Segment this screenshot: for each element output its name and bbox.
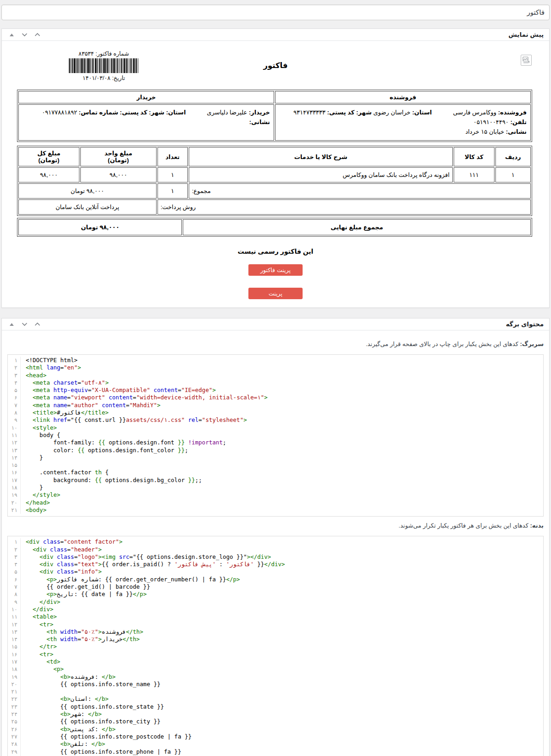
code-line[interactable]: ۴ <meta charset="utf-۸"> bbox=[8, 379, 543, 387]
content-panel-header[interactable]: محتوای برگه bbox=[2, 318, 549, 330]
code-line[interactable]: ۱۶ <tr> bbox=[8, 651, 543, 658]
line-number: ۲۹ bbox=[8, 748, 21, 756]
code-line[interactable]: ۳ <div class="logo"><img src="{{ options… bbox=[8, 553, 543, 561]
sum-qty-cell: ۱ bbox=[157, 183, 188, 199]
code-line[interactable]: ۵ <meta http-equiv="X-UA-Compatible" con… bbox=[8, 387, 543, 394]
code-line[interactable]: ۲۸ <b>تلفن: </b> bbox=[8, 740, 543, 748]
code-line[interactable]: ۲۶ <b>کد پستی: </b> bbox=[8, 726, 543, 733]
code-line[interactable]: ۲۰ {{ options.info.store_name }} bbox=[8, 681, 543, 688]
code-line[interactable]: ۸ <title>#فاکتور</title> bbox=[8, 409, 543, 416]
code-line[interactable]: ۱۲ font-family: {{ options.design.font }… bbox=[8, 439, 543, 446]
item-row: ۱ ۱۱۱ افزونه درگاه پرداخت بانک سامان ووک… bbox=[18, 167, 531, 182]
line-number: ۱۵ bbox=[8, 643, 21, 650]
seller-line1: فروشنده: ووکامرس فارسیاستان: خراسان رضوی… bbox=[279, 108, 527, 127]
sum-amount-cell: ۹۸,۰۰۰ تومان bbox=[18, 183, 157, 199]
chevron-down-icon[interactable] bbox=[20, 32, 28, 38]
buyer-line1: خریدار: علیرضا دلیاسریاستان: شهر: کد پست… bbox=[22, 108, 270, 117]
code-line[interactable]: ۲۱ bbox=[8, 688, 543, 695]
line-number: ۸ bbox=[8, 591, 21, 598]
code-line[interactable]: ۲۱<body> bbox=[8, 506, 543, 514]
invoice-meta: شماره فاکتور: ۸۳۵۳۴ bbox=[66, 50, 141, 81]
code-line[interactable]: ۶ <p>شماره فاکتور: {{ order.get_order_nu… bbox=[8, 576, 543, 583]
seller-info-cell: فروشنده: ووکامرس فارسیاستان: خراسان رضوی… bbox=[275, 104, 531, 141]
code-line[interactable]: ۱۷ <td> bbox=[8, 658, 543, 665]
items-header-row: ردیف کد کالا شرح کالا یا خدمات تعداد مبل… bbox=[18, 147, 531, 166]
preview-panel-header[interactable]: پیش نمایش bbox=[2, 29, 549, 41]
line-number: ۳ bbox=[8, 553, 21, 561]
code-line[interactable]: ۱۴ } bbox=[8, 454, 543, 461]
order-higher-triangle-icon[interactable] bbox=[7, 32, 16, 38]
code-line[interactable]: ۲۵ {{ options.info.store_city }} bbox=[8, 718, 543, 725]
code-line[interactable]: ۲۷ {{ options.info.store_postcode | fa }… bbox=[8, 733, 543, 740]
line-number: ۱۱ bbox=[8, 432, 21, 439]
item-cell: ۱ bbox=[495, 167, 531, 182]
line-number: ۵ bbox=[8, 387, 21, 394]
content-panel-title: محتوای برگه bbox=[506, 321, 544, 328]
code-line[interactable]: ۹ </div> bbox=[8, 598, 543, 606]
code-line[interactable]: ۹ <link href="{{ const.url }}assets/css/… bbox=[8, 416, 543, 424]
items-header-cell: کد کالا bbox=[454, 147, 494, 166]
chevron-down-icon[interactable] bbox=[20, 321, 28, 328]
line-number: ۱۷ bbox=[8, 477, 21, 484]
code-line[interactable]: ۲۰</head> bbox=[8, 499, 543, 506]
code-line[interactable]: ۱۷ background: {{ options.design.bg_colo… bbox=[8, 477, 543, 484]
code-line[interactable]: ۱۳ color: {{ options.design.font_color }… bbox=[8, 447, 543, 454]
code-line[interactable]: ۱۶ .content.factor th { bbox=[8, 469, 543, 476]
buyer-header: خریدار bbox=[18, 91, 274, 103]
code-line[interactable]: ۱۳ <th width="۵۰٪">فروشنده</th> bbox=[8, 628, 543, 636]
code-line[interactable]: ۱۰ <style> bbox=[8, 424, 543, 432]
code-line[interactable]: ۱۹ </style> bbox=[8, 491, 543, 499]
line-number: ۲ bbox=[8, 364, 21, 371]
code-line[interactable]: ۲ <div class="header"> bbox=[8, 546, 543, 553]
page-title-input[interactable] bbox=[1, 5, 550, 20]
code-line[interactable]: ۳<head> bbox=[8, 372, 543, 379]
line-number: ۲۲ bbox=[8, 695, 21, 703]
code-line[interactable]: ۱۵ </tr> bbox=[8, 643, 543, 650]
items-header-cell: شرح کالا یا خدمات bbox=[189, 147, 453, 166]
header-code-editor[interactable]: ۱<!DOCTYPE html>۲<html lang="en">۳<head>… bbox=[7, 354, 544, 517]
content-panel: محتوای برگه سربرگ: کدهای این بخش یکبار ب… bbox=[1, 318, 550, 756]
code-line[interactable]: ۱۱ <table> bbox=[8, 613, 543, 620]
code-line[interactable]: ۱۹ <b>فروشنده: </b> bbox=[8, 673, 543, 681]
code-line[interactable]: ۱۰ </div> bbox=[8, 606, 543, 613]
code-line[interactable]: ۴ <div class="text">{{ order.is_paid() ?… bbox=[8, 561, 543, 568]
code-line[interactable]: ۱<!DOCTYPE html> bbox=[8, 357, 543, 364]
print-invoice-button[interactable]: پرینت فاکتور bbox=[248, 264, 303, 276]
line-number: ۳ bbox=[8, 372, 21, 379]
line-number: ۱۶ bbox=[8, 469, 21, 476]
line-number: ۲۰ bbox=[8, 681, 21, 688]
code-line[interactable]: ۱۸ <p> bbox=[8, 665, 543, 673]
code-line[interactable]: ۱۸ } bbox=[8, 484, 543, 491]
code-line[interactable]: ۷ <meta name="author" content="MahdiY"> bbox=[8, 402, 543, 409]
code-line[interactable]: ۱۲ <tr> bbox=[8, 621, 543, 628]
admin-content: پیش نمایش bbox=[0, 0, 551, 756]
seller-line2: نشانی: خیابان ۱۵ خرداد bbox=[279, 127, 527, 136]
items-header-cell: ردیف bbox=[495, 147, 531, 166]
code-line[interactable]: ۲<html lang="en"> bbox=[8, 364, 543, 371]
code-line[interactable]: ۵ <div class="info"> bbox=[8, 568, 543, 575]
final-total-label: مجموع مبلغ نهایی bbox=[183, 219, 531, 235]
print-button[interactable]: پرینت bbox=[248, 288, 303, 299]
code-line[interactable]: ۲۲ <b>استان: </b> bbox=[8, 695, 543, 703]
invoice-items-table: ردیف کد کالا شرح کالا یا خدمات تعداد مبل… bbox=[17, 146, 532, 216]
code-line[interactable]: ۲۴ <b>شهر: </b> bbox=[8, 711, 543, 718]
line-number: ۱۹ bbox=[8, 673, 21, 681]
panel-handle-actions bbox=[7, 32, 41, 38]
order-higher-triangle-icon[interactable] bbox=[7, 321, 16, 328]
line-number: ۹ bbox=[8, 598, 21, 606]
code-line[interactable]: ۷ {{ order.get_id() | barcode }} bbox=[8, 583, 543, 591]
code-line[interactable]: ۱۱ body { bbox=[8, 432, 543, 439]
code-line[interactable]: ۱۵ bbox=[8, 461, 543, 469]
body-code-editor[interactable]: ۱<div class="content factor">۲ <div clas… bbox=[7, 536, 544, 756]
parties-table: فروشنده خریدار فروشنده: ووکامرس فارسیاست… bbox=[17, 90, 532, 142]
code-line[interactable]: ۲۹ {{ options.info.store_phone | fa }} bbox=[8, 748, 543, 756]
items-header-cell: تعداد bbox=[157, 147, 188, 166]
line-number: ۷ bbox=[8, 402, 21, 409]
chevron-up-icon[interactable] bbox=[33, 321, 41, 328]
code-line[interactable]: ۶ <meta name="viewport" content="width=d… bbox=[8, 394, 543, 401]
code-line[interactable]: ۲۳ {{ options.info.store_state }} bbox=[8, 703, 543, 711]
code-line[interactable]: ۱<div class="content factor"> bbox=[8, 538, 543, 546]
code-line[interactable]: ۱۴ <th width="۵۰٪">خریدار</th> bbox=[8, 636, 543, 643]
code-line[interactable]: ۸ <p>تاریخ: {{ date | fa }}</p> bbox=[8, 591, 543, 598]
chevron-up-icon[interactable] bbox=[33, 32, 41, 38]
